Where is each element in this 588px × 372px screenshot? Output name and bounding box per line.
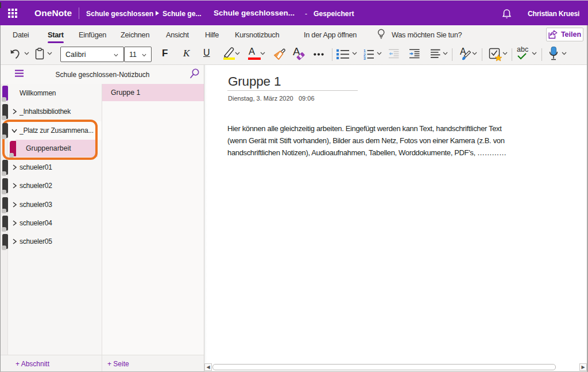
svg-text:3: 3 bbox=[363, 56, 366, 60]
